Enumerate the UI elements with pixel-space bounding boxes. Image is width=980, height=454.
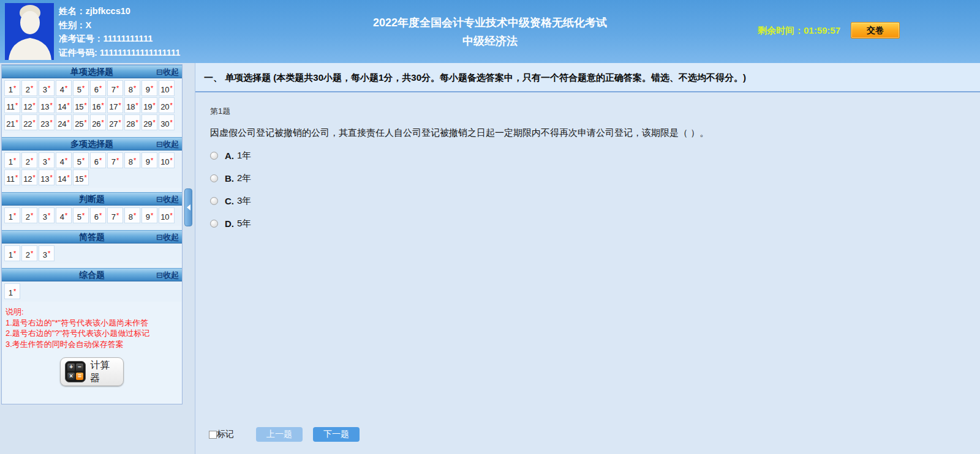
question-cell[interactable]: 18* xyxy=(124,97,140,113)
person-silhouette-icon xyxy=(5,3,54,60)
question-cell[interactable]: 15* xyxy=(73,97,89,113)
radio-button[interactable] xyxy=(210,152,218,160)
collapse-link[interactable]: ⊟收起 xyxy=(156,138,179,151)
question-cell[interactable]: 6* xyxy=(90,152,106,168)
question-cell[interactable]: 8* xyxy=(124,80,140,96)
question-cell[interactable]: 5* xyxy=(73,207,89,223)
question-cell[interactable]: 1* xyxy=(4,207,20,223)
question-cell[interactable]: 10* xyxy=(159,80,175,96)
question-cell[interactable]: 19* xyxy=(141,97,157,113)
question-cell[interactable]: 10* xyxy=(159,207,175,223)
question-cell[interactable]: 3* xyxy=(39,245,55,261)
radio-button[interactable] xyxy=(210,220,218,228)
question-section-title: 单项选择题 xyxy=(2,65,182,78)
question-cell[interactable]: 24* xyxy=(56,114,72,130)
question-cell[interactable]: 5* xyxy=(73,80,89,96)
collapse-link[interactable]: ⊟收起 xyxy=(156,65,179,78)
next-question-button[interactable]: 下一题 xyxy=(313,427,360,442)
exam-title-line1: 2022年度全国会计专业技术中级资格无纸化考试 xyxy=(184,13,796,32)
question-cell[interactable]: 15* xyxy=(73,169,89,185)
calculator-label: 计算器 xyxy=(90,359,119,385)
question-cell[interactable]: 30* xyxy=(159,114,175,130)
question-cell[interactable]: 1* xyxy=(4,283,20,299)
question-cell[interactable]: 2* xyxy=(21,152,37,168)
question-cell[interactable]: 2* xyxy=(21,80,37,96)
question-cell[interactable]: 12* xyxy=(21,169,37,185)
question-cell[interactable]: 10* xyxy=(159,152,175,168)
question-cell[interactable]: 7* xyxy=(107,207,123,223)
answer-option[interactable]: A.1年 xyxy=(210,150,251,162)
mark-checkbox[interactable] xyxy=(209,431,217,439)
question-cell[interactable]: 9* xyxy=(141,80,157,96)
question-cell[interactable]: 4* xyxy=(56,207,72,223)
calculator-icon: +−×= xyxy=(65,361,86,382)
question-cell[interactable]: 11* xyxy=(4,97,20,113)
unanswered-mark-icon: * xyxy=(134,157,136,164)
unanswered-mark-icon: * xyxy=(48,157,50,164)
question-cell[interactable]: 9* xyxy=(141,152,157,168)
answer-option[interactable]: D.5年 xyxy=(210,218,251,229)
question-cell[interactable]: 16* xyxy=(90,97,106,113)
collapse-link[interactable]: ⊟收起 xyxy=(156,269,179,281)
option-letter: D. xyxy=(225,218,234,229)
question-cell[interactable]: 17* xyxy=(107,97,123,113)
question-section-panel: 单项选择题⊟收起1*2*3*4*5*6*7*8*9*10*11*12*13*14… xyxy=(2,65,182,133)
options-list: A.1年B.2年C.3年D.5年 xyxy=(195,150,980,229)
question-cell[interactable]: 21* xyxy=(4,114,20,130)
answer-option[interactable]: C.3年 xyxy=(210,195,251,207)
question-cell[interactable]: 20* xyxy=(159,97,175,113)
question-cell[interactable]: 1* xyxy=(4,245,20,261)
question-cell[interactable]: 4* xyxy=(56,80,72,96)
question-cell[interactable]: 14* xyxy=(56,169,72,185)
answer-option[interactable]: B.2年 xyxy=(210,173,251,184)
question-cell[interactable]: 12* xyxy=(21,97,37,113)
question-cell[interactable]: 27* xyxy=(107,114,123,130)
unanswered-mark-icon: * xyxy=(33,119,36,126)
question-cell[interactable]: 14* xyxy=(56,97,72,113)
question-cell[interactable]: 13* xyxy=(39,97,55,113)
section-heading: 一、 单项选择题 (本类题共30小题，每小题1分，共30分。每小题备选答案中，只… xyxy=(195,63,980,92)
question-cell[interactable]: 13* xyxy=(39,169,55,185)
question-cell[interactable]: 9* xyxy=(141,207,157,223)
question-cell[interactable]: 23* xyxy=(39,114,55,130)
submit-exam-button[interactable]: 交卷 xyxy=(851,22,900,39)
question-cell[interactable]: 3* xyxy=(39,207,55,223)
sidebar-collapse-handle[interactable] xyxy=(184,188,192,226)
question-cell[interactable]: 11* xyxy=(4,169,20,185)
question-cell[interactable]: 5* xyxy=(73,152,89,168)
question-cell[interactable]: 7* xyxy=(107,80,123,96)
question-number-grid: 1*2*3*4*5*6*7*8*9*10*11*12*13*14*15* xyxy=(2,151,182,188)
unanswered-mark-icon: * xyxy=(151,84,153,92)
unanswered-mark-icon: * xyxy=(151,157,153,164)
question-cell[interactable]: 7* xyxy=(107,152,123,168)
unanswered-mark-icon: * xyxy=(48,84,50,92)
unanswered-mark-icon: * xyxy=(15,174,18,181)
question-cell[interactable]: 8* xyxy=(124,207,140,223)
question-cell[interactable]: 6* xyxy=(90,207,106,223)
prev-question-button[interactable]: 上一题 xyxy=(256,427,303,442)
radio-button[interactable] xyxy=(210,197,218,205)
question-cell[interactable]: 1* xyxy=(4,152,20,168)
radio-button[interactable] xyxy=(210,174,218,182)
question-cell[interactable]: 3* xyxy=(39,80,55,96)
question-cell[interactable]: 29* xyxy=(141,114,157,130)
question-section-title: 判断题 xyxy=(2,193,182,206)
collapse-link[interactable]: ⊟收起 xyxy=(156,231,179,244)
collapse-link[interactable]: ⊟收起 xyxy=(156,193,179,206)
question-cell[interactable]: 4* xyxy=(56,152,72,168)
question-cell[interactable]: 26* xyxy=(90,114,106,130)
question-cell[interactable]: 22* xyxy=(21,114,37,130)
unanswered-mark-icon: * xyxy=(31,250,33,257)
mark-checkbox-label[interactable]: 标记 xyxy=(217,429,234,440)
question-cell[interactable]: 1* xyxy=(4,80,20,96)
question-cell[interactable]: 28* xyxy=(124,114,140,130)
unanswered-mark-icon: * xyxy=(153,119,156,126)
question-cell[interactable]: 25* xyxy=(73,114,89,130)
question-cell[interactable]: 3* xyxy=(39,152,55,168)
question-cell[interactable]: 2* xyxy=(21,245,37,261)
question-cell[interactable]: 8* xyxy=(124,152,140,168)
question-cell[interactable]: 2* xyxy=(21,207,37,223)
calculator-button[interactable]: +−×= 计算器 xyxy=(60,357,124,386)
question-cell[interactable]: 6* xyxy=(90,80,106,96)
unanswered-mark-icon: * xyxy=(170,102,173,109)
